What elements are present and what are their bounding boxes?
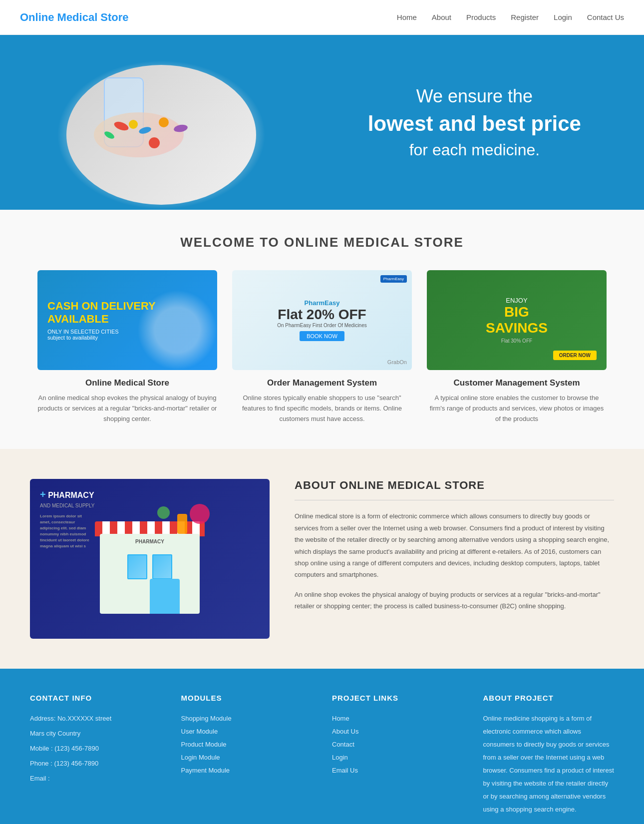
footer-contact: CONTACT INFO Address: No.XXXXXX street M… bbox=[30, 694, 161, 816]
store-windows bbox=[100, 554, 200, 579]
pills-container bbox=[74, 72, 249, 197]
module-item-product[interactable]: Product Module bbox=[181, 738, 313, 751]
hero-line2: lowest and best price bbox=[335, 112, 614, 136]
savings-label: SAVINGS bbox=[486, 320, 548, 336]
about-content: ABOUT ONLINE MEDICAL STORE Online medica… bbox=[295, 479, 614, 620]
card-3-description: A typical online store enables the custo… bbox=[427, 393, 607, 424]
pharmacy-store-visual: PHARMACY bbox=[85, 504, 215, 614]
project-link-login[interactable]: Login bbox=[332, 751, 463, 764]
pharmacy-plus: + bbox=[40, 489, 46, 500]
hero-text: We ensure the lowest and best price for … bbox=[335, 86, 644, 159]
card-order-management: PharmEasy PharmEasy Flat 20% OFF On Phar… bbox=[232, 270, 412, 424]
hero-and: and bbox=[439, 112, 482, 135]
footer: CONTACT INFO Address: No.XXXXXX street M… bbox=[0, 669, 644, 824]
address-line-2: Mars city Country bbox=[30, 727, 161, 740]
window-right bbox=[152, 554, 172, 579]
offer-desc: On PharmEasy First Order Of Medicines bbox=[277, 323, 367, 328]
card-3-image: ENJOY BIG SAVINGS Flat 30% OFF ORDER NOW bbox=[427, 270, 607, 370]
pharmacy-sign: PHARMACY bbox=[100, 534, 200, 544]
about-paragraph-2: An online shop evokes the physical analo… bbox=[295, 589, 614, 612]
hero-line3: for each medicine. bbox=[335, 141, 614, 159]
card-customer-management: ENJOY BIG SAVINGS Flat 30% OFF ORDER NOW… bbox=[427, 270, 607, 424]
module-item-shopping[interactable]: Shopping Module bbox=[181, 712, 313, 725]
hero-pills-inner bbox=[66, 65, 256, 205]
hero-section: We ensure the lowest and best price for … bbox=[0, 35, 644, 210]
welcome-title: WELCOME TO ONLINE MEDICAL STORE bbox=[30, 235, 614, 250]
card-2-image: PharmEasy PharmEasy Flat 20% OFF On Phar… bbox=[232, 270, 412, 370]
enjoy-text: ENJOY bbox=[486, 297, 548, 304]
about-project-text: Online medicine shopping is a form of el… bbox=[483, 712, 615, 816]
address-line-1: Address: No.XXXXXX street bbox=[30, 712, 161, 725]
nav-item-register[interactable]: Register bbox=[511, 13, 539, 22]
deco-capsule-orange bbox=[177, 514, 187, 534]
book-now-button[interactable]: BOOK NOW bbox=[300, 331, 344, 341]
about-paragraph-1: Online medical store is a form of electr… bbox=[295, 510, 614, 580]
card-1-description: An online medical shop evokes the physic… bbox=[37, 393, 217, 424]
project-link-email[interactable]: Email Us bbox=[332, 764, 463, 777]
project-link-contact[interactable]: Contact bbox=[332, 738, 463, 751]
nav-item-contact[interactable]: Contact Us bbox=[587, 13, 624, 22]
grabon-label: GrabOn bbox=[387, 359, 407, 365]
email-label: Email : bbox=[30, 772, 161, 785]
hero-lowest: lowest bbox=[368, 112, 433, 135]
window-left bbox=[127, 554, 147, 579]
card-2-description: Online stores typically enable shoppers … bbox=[232, 393, 412, 424]
module-item-payment[interactable]: Payment Module bbox=[181, 764, 313, 777]
nav-item-login[interactable]: Login bbox=[554, 13, 572, 22]
footer-modules: MODULES Shopping Module User Module Prod… bbox=[181, 694, 313, 816]
card-2-title: Order Management System bbox=[232, 378, 412, 388]
nav-links: Home About Products Register Login Conta… bbox=[397, 13, 624, 22]
big-savings-content: ENJOY BIG SAVINGS Flat 30% OFF bbox=[486, 297, 548, 344]
modules-list: Shopping Module User Module Product Modu… bbox=[181, 712, 313, 777]
deco-circle-pink bbox=[190, 504, 210, 524]
about-title: ABOUT ONLINE MEDICAL STORE bbox=[295, 479, 614, 492]
pill-yellow bbox=[129, 120, 138, 129]
footer-about-project: ABOUT PROJECT Online medicine shopping i… bbox=[483, 694, 615, 816]
card-online-medical-store: CASH ON DELIVERYAVAILABLE ONLY IN SELECT… bbox=[37, 270, 217, 424]
hero-image-area bbox=[0, 35, 322, 210]
about-divider bbox=[295, 500, 614, 500]
module-item-login[interactable]: Login Module bbox=[181, 751, 313, 764]
project-links-list: Home About Us Contact Login Email Us bbox=[332, 712, 463, 777]
project-link-about[interactable]: About Us bbox=[332, 725, 463, 738]
about-section: + PHARMACY AND MEDICAL SUPPLY Lorem ipsu… bbox=[0, 449, 644, 669]
big-text: BIG SAVINGS bbox=[486, 304, 548, 336]
pills-decoration bbox=[137, 290, 217, 370]
deco-circle-green bbox=[157, 506, 170, 519]
navbar: Online Medical Store Home About Products… bbox=[0, 0, 644, 35]
store-door bbox=[150, 579, 180, 614]
card-3-title: Customer Management System bbox=[427, 378, 607, 388]
offer-brand: PharmEasy bbox=[277, 299, 367, 307]
pharmeasy-badge: PharmEasy bbox=[380, 275, 407, 283]
contact-heading: CONTACT INFO bbox=[30, 694, 161, 702]
welcome-section: WELCOME TO ONLINE MEDICAL STORE CASH ON … bbox=[0, 210, 644, 449]
project-links-heading: PROJECT LINKS bbox=[332, 694, 463, 702]
card-1-image: CASH ON DELIVERYAVAILABLE ONLY IN SELECT… bbox=[37, 270, 217, 370]
offer-text: PharmEasy Flat 20% OFF On PharmEasy Firs… bbox=[277, 299, 367, 341]
pill-red2 bbox=[149, 137, 160, 148]
order-now-button[interactable]: ORDER NOW bbox=[553, 351, 597, 360]
phone-number: Phone : (123) 456-7890 bbox=[30, 757, 161, 770]
nav-item-about[interactable]: About bbox=[432, 13, 451, 22]
footer-project-links: PROJECT LINKS Home About Us Contact Logi… bbox=[332, 694, 463, 816]
card-1-title: Online Medical Store bbox=[37, 378, 217, 388]
store-building: PHARMACY bbox=[100, 534, 200, 614]
savings-offer: Flat 30% OFF bbox=[486, 338, 548, 344]
about-image: + PHARMACY AND MEDICAL SUPPLY Lorem ipsu… bbox=[30, 479, 270, 639]
hero-pills-visual bbox=[56, 60, 266, 210]
brand-logo[interactable]: Online Medical Store bbox=[20, 11, 129, 24]
hero-line1: We ensure the bbox=[335, 86, 614, 107]
big-label: BIG bbox=[504, 304, 529, 320]
cards-row: CASH ON DELIVERYAVAILABLE ONLY IN SELECT… bbox=[30, 270, 614, 424]
project-link-home[interactable]: Home bbox=[332, 712, 463, 725]
nav-item-products[interactable]: Products bbox=[466, 13, 496, 22]
mobile-number: Mobile : (123) 456-7890 bbox=[30, 742, 161, 755]
hero-best-price: best price bbox=[482, 112, 581, 135]
modules-heading: MODULES bbox=[181, 694, 313, 702]
offer-percent: Flat 20% OFF bbox=[277, 307, 367, 323]
module-item-user[interactable]: User Module bbox=[181, 725, 313, 738]
nav-item-home[interactable]: Home bbox=[397, 13, 417, 22]
pharmacy-lorem: Lorem ipsum dolor sit amet, consecteaur … bbox=[40, 513, 90, 549]
about-project-heading: ABOUT PROJECT bbox=[483, 694, 615, 702]
pill-orange bbox=[159, 117, 169, 127]
